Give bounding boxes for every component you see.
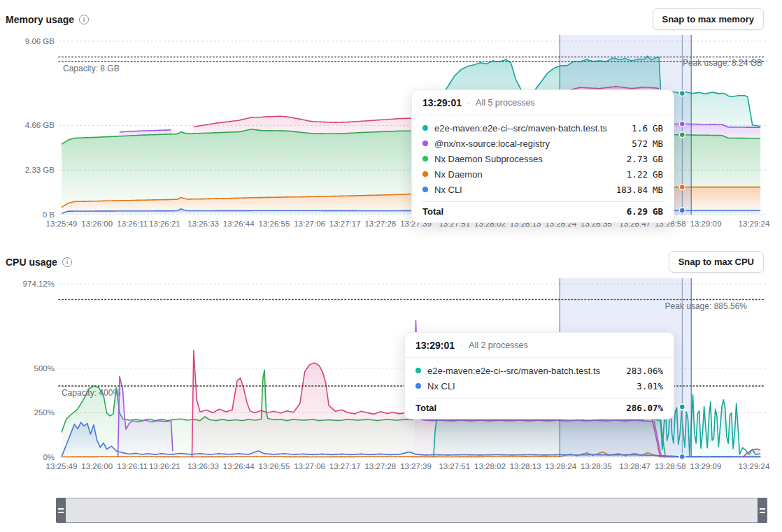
hover-dot (679, 404, 685, 410)
tooltip-header: 13:29:01 · All 5 processes (412, 90, 674, 115)
tooltip-series-name: Nx Daemon Subprocesses (434, 154, 627, 164)
tooltip-series-name: e2e-maven:e2e-ci--src/maven-batch.test.t… (434, 123, 632, 134)
x-axis-label: 13:26:21 (149, 220, 180, 228)
hover-dot (679, 185, 685, 190)
tooltip-header: 13:29:01 · All 2 processes (405, 333, 674, 358)
tooltip-total-unit: GB (653, 206, 663, 217)
tooltip-series-unit: GB (653, 154, 663, 164)
x-axis-label: 13:28:35 (581, 462, 612, 470)
tooltip-total-value: 286.07 (626, 403, 657, 413)
tooltip-total-value: 6.29 (627, 206, 648, 217)
tooltip-rows: e2e-maven:e2e-ci--src/maven-batch.test.t… (412, 115, 674, 199)
memory-chart-title: Memory usage i (6, 14, 89, 25)
tooltip-series-value: 3.01 (637, 381, 657, 391)
x-axis-label: 13:27:06 (294, 220, 325, 228)
series-color-dot-icon (422, 187, 428, 192)
x-axis-label: 13:26:11 (117, 220, 148, 228)
x-axis-label: 13:29:24 (739, 462, 770, 470)
memory-tooltip: 13:29:01 · All 5 processes e2e-maven:e2e… (411, 89, 674, 223)
range-right-handle[interactable] (758, 498, 767, 523)
y-axis-label: 974.12% (23, 280, 55, 288)
tooltip-total-row: Total 286.07 % (415, 398, 663, 419)
range-left-handle[interactable] (56, 498, 66, 523)
tooltip-row: e2e-maven:e2e-ci--src/maven-batch.test.t… (415, 363, 663, 378)
x-axis-label: 13:28:24 (545, 462, 576, 470)
info-icon[interactable]: i (62, 257, 72, 267)
x-axis-label: 13:28:02 (474, 462, 506, 470)
series-color-dot-icon (415, 383, 421, 389)
tooltip-timestamp: 13:29:01 (422, 97, 462, 108)
hover-dot (679, 454, 685, 459)
y-axis-label: 0 B (43, 210, 55, 219)
info-icon[interactable]: i (79, 15, 89, 24)
tooltip-series-value: 283.06 (626, 366, 657, 376)
x-axis-label: 13:26:33 (187, 462, 219, 470)
timeline-range-selector[interactable] (56, 498, 767, 523)
x-axis-label: 13:26:11 (117, 462, 148, 470)
y-axis-label: 4.66 GB (25, 121, 55, 129)
tooltip-process-count: All 5 processes (476, 98, 535, 108)
tooltip-row: e2e-maven:e2e-ci--src/maven-batch.test.t… (422, 120, 663, 136)
x-axis-label: 13:27:17 (329, 462, 361, 470)
snap-to-max-cpu-button[interactable]: Snap to max CPU (669, 251, 764, 273)
tooltip-total-label: Total (415, 403, 626, 413)
x-axis-label: 13:29:24 (739, 220, 770, 228)
profiler-page: Memory usage i Snap to max memory 9.06 G… (0, 0, 782, 532)
x-axis-label: 13:26:00 (81, 220, 113, 228)
x-axis-label: 13:27:28 (364, 220, 396, 228)
x-axis-label: 13:26:33 (187, 220, 219, 228)
tooltip-row: Nx Daemon Subprocesses2.73GB (422, 151, 663, 166)
series-color-dot-icon (422, 156, 428, 161)
tooltip-series-name: e2e-maven:e2e-ci--src/maven-batch.test.t… (427, 366, 626, 376)
cpu-title-label: CPU usage (6, 257, 57, 268)
drag-grip-icon (58, 508, 64, 513)
y-axis-label: 2.33 GB (25, 166, 55, 174)
tooltip-series-unit: % (657, 366, 663, 376)
tooltip-series-value: 1.6 (632, 123, 648, 134)
x-axis-label: 13:27:51 (439, 462, 470, 470)
capacity-line-label: Capacity: 8 GB (63, 64, 120, 73)
x-axis-label: 13:27:06 (294, 462, 325, 470)
x-axis-label: 13:27:17 (329, 220, 361, 228)
tooltip-row: Nx CLI183.84MB (422, 182, 663, 197)
tooltip-rows: e2e-maven:e2e-ci--src/maven-batch.test.t… (405, 358, 674, 395)
x-axis-label: 13:26:44 (223, 220, 255, 228)
y-axis-label: 0% (43, 453, 55, 461)
tooltip-timestamp: 13:29:01 (415, 340, 455, 351)
tooltip-series-value: 183.84 (616, 185, 648, 195)
x-axis-label: 13:29:09 (690, 462, 722, 470)
hover-dot (679, 132, 685, 138)
x-axis-label: 13:26:55 (259, 220, 290, 228)
x-axis-label: 13:26:44 (223, 462, 255, 470)
hover-dot (679, 90, 685, 96)
x-axis-label: 13:26:21 (149, 462, 180, 470)
x-axis-label: 13:28:58 (655, 462, 686, 470)
tooltip-series-unit: MB (653, 185, 663, 195)
series-color-dot-icon (422, 125, 428, 131)
x-axis-label: 13:28:13 (510, 462, 541, 470)
y-axis-label: 500% (34, 364, 55, 373)
x-axis-label: 13:25:49 (46, 220, 78, 228)
tooltip-series-value: 2.73 (627, 154, 648, 164)
tooltip-series-unit: % (657, 381, 663, 391)
y-axis-label: 250% (34, 408, 55, 417)
x-axis-label: 13:25:49 (46, 462, 78, 470)
tooltip-series-unit: MB (653, 138, 663, 149)
cpu-chart-title: CPU usage i (6, 257, 72, 268)
hover-dot (679, 208, 685, 213)
cpu-tooltip: 13:29:01 · All 2 processes e2e-maven:e2e… (404, 332, 674, 419)
series-area-local-registry (118, 376, 173, 457)
capacity-line-label: Capacity: 400% (62, 388, 120, 398)
tooltip-series-unit: GB (653, 123, 663, 134)
series-color-dot-icon (422, 171, 428, 177)
tooltip-series-unit: GB (653, 169, 663, 180)
tooltip-row: Nx CLI3.01% (415, 378, 663, 394)
snap-to-max-memory-button[interactable]: Snap to max memory (653, 8, 765, 30)
tooltip-row: Nx Daemon1.22GB (422, 166, 663, 182)
tooltip-row: @nx/nx-source:local-registry572MB (422, 136, 663, 151)
cpu-chart-header: CPU usage i Snap to max CPU (6, 251, 764, 273)
memory-title-label: Memory usage (6, 14, 74, 25)
tooltip-series-name: Nx CLI (434, 185, 616, 195)
hover-dot (679, 121, 685, 127)
tooltip-process-count: All 2 processes (469, 340, 528, 350)
